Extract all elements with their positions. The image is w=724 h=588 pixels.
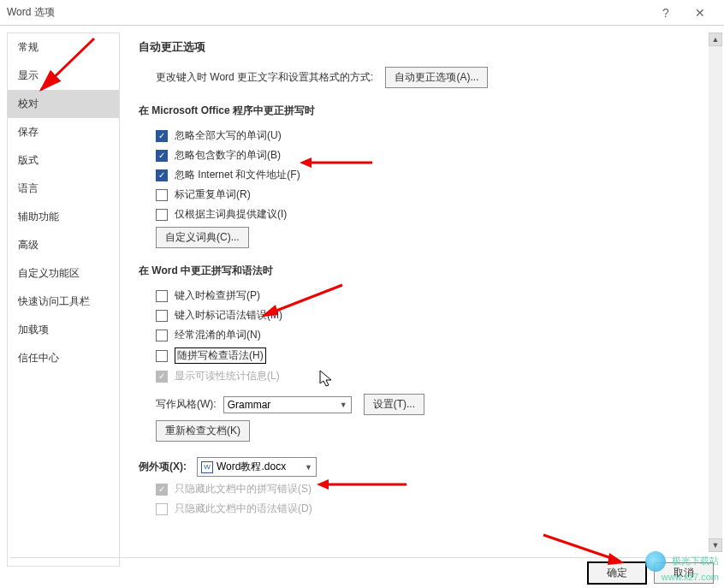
flag-repeated-row[interactable]: 标记重复单词(R) xyxy=(156,187,709,202)
writing-style-label: 写作风格(W): xyxy=(156,397,217,412)
readability-row: ✓ 显示可读性统计信息(L) xyxy=(156,369,709,383)
scroll-down-arrow-icon[interactable]: ▼ xyxy=(709,538,722,552)
flag-repeated-label: 标记重复单词(R) xyxy=(175,187,251,202)
check-spelling-label: 键入时检查拼写(P) xyxy=(175,288,260,303)
checkbox-checked-icon[interactable]: ✓ xyxy=(156,150,168,162)
main-dict-only-label: 仅根据主词典提供建议(I) xyxy=(175,207,287,222)
checkbox-unchecked-icon[interactable] xyxy=(156,209,168,221)
dialog-footer: 确定 取消 xyxy=(10,557,714,588)
sidebar-item-advanced[interactable]: 高级 xyxy=(8,231,119,259)
sidebar-item-quick-access[interactable]: 快速访问工具栏 xyxy=(8,288,119,316)
writing-style-settings-button[interactable]: 设置(T)... xyxy=(364,394,424,415)
sidebar-item-display[interactable]: 显示 xyxy=(8,62,119,90)
checkbox-disabled-checked-icon: ✓ xyxy=(156,371,168,383)
scroll-up-arrow-icon[interactable]: ▲ xyxy=(709,33,722,46)
autocorrect-desc: 更改键入时 Word 更正文字和设置其格式的方式: xyxy=(156,70,373,85)
sidebar-item-proofing[interactable]: 校对 xyxy=(8,90,119,118)
sidebar-item-addins[interactable]: 加载项 xyxy=(8,316,119,344)
title-bar: Word 选项 ? ✕ xyxy=(0,0,724,26)
readability-label: 显示可读性统计信息(L) xyxy=(175,369,280,383)
hide-grammar-errors-label: 只隐藏此文档中的语法错误(D) xyxy=(175,502,312,516)
mark-grammar-label: 键入时标记语法错误(M) xyxy=(175,308,282,323)
autocorrect-heading: 自动更正选项 xyxy=(139,39,709,55)
chevron-down-icon: ▼ xyxy=(340,401,347,409)
ignore-uppercase-label: 忽略全部大写的单词(U) xyxy=(175,128,282,143)
sidebar-item-language[interactable]: 语言 xyxy=(8,175,119,203)
checkbox-disabled-checked-icon: ✓ xyxy=(156,484,168,496)
confused-words-label: 经常混淆的单词(N) xyxy=(175,328,261,342)
check-spelling-row[interactable]: 键入时检查拼写(P) xyxy=(156,288,709,303)
checkbox-unchecked-icon[interactable] xyxy=(156,350,168,362)
recheck-document-button[interactable]: 重新检查文档(K) xyxy=(156,420,250,442)
exceptions-label: 例外项(X): xyxy=(139,460,187,474)
sidebar-item-trust[interactable]: 信任中心 xyxy=(8,344,119,372)
vertical-scrollbar[interactable]: ▲ ▼ xyxy=(709,33,722,552)
ok-button[interactable]: 确定 xyxy=(587,561,647,585)
cancel-button[interactable]: 取消 xyxy=(654,562,714,584)
window-title: Word 选项 xyxy=(7,5,649,20)
help-button[interactable]: ? xyxy=(649,6,683,20)
sidebar: 常规 显示 校对 保存 版式 语言 辅助功能 高级 自定义功能区 快速访问工具栏… xyxy=(7,33,120,567)
sidebar-item-layout[interactable]: 版式 xyxy=(8,146,119,175)
checkbox-checked-icon[interactable]: ✓ xyxy=(156,169,168,181)
ignore-numbers-row[interactable]: ✓ 忽略包含数字的单词(B) xyxy=(156,148,709,163)
checkbox-disabled-icon xyxy=(156,503,168,515)
checkbox-checked-icon[interactable]: ✓ xyxy=(156,130,168,142)
hide-spelling-errors-row: ✓ 只隐藏此文档中的拼写错误(S) xyxy=(156,482,709,496)
exceptions-doc-name: Word教程.docx xyxy=(217,460,286,474)
close-button[interactable]: ✕ xyxy=(683,6,717,20)
sidebar-item-general[interactable]: 常规 xyxy=(8,33,119,62)
exceptions-doc-select[interactable]: W Word教程.docx ▼ xyxy=(197,457,317,477)
word-spell-heading: 在 Word 中更正拼写和语法时 xyxy=(139,264,709,278)
hide-grammar-errors-row: 只隐藏此文档中的语法错误(D) xyxy=(156,502,709,516)
checkbox-unchecked-icon[interactable] xyxy=(156,290,168,302)
checkbox-unchecked-icon[interactable] xyxy=(156,310,168,322)
writing-style-select[interactable]: Grammar ▼ xyxy=(223,396,352,413)
grammar-with-spell-row[interactable]: 随拼写检查语法(H) xyxy=(156,347,709,364)
confused-words-row[interactable]: 经常混淆的单词(N) xyxy=(156,328,709,342)
mark-grammar-row[interactable]: 键入时标记语法错误(M) xyxy=(156,308,709,323)
document-icon: W xyxy=(201,461,213,473)
sidebar-item-accessibility[interactable]: 辅助功能 xyxy=(8,203,119,231)
ignore-internet-label: 忽略 Internet 和文件地址(F) xyxy=(175,168,300,182)
checkbox-unchecked-icon[interactable] xyxy=(156,330,168,342)
chevron-down-icon: ▼ xyxy=(305,463,312,472)
office-spell-heading: 在 Microsoft Office 程序中更正拼写时 xyxy=(139,104,709,118)
main-dict-only-row[interactable]: 仅根据主词典提供建议(I) xyxy=(156,207,709,222)
ignore-uppercase-row[interactable]: ✓ 忽略全部大写的单词(U) xyxy=(156,128,709,143)
writing-style-value: Grammar xyxy=(228,399,271,411)
autocorrect-options-button[interactable]: 自动更正选项(A)... xyxy=(385,67,488,88)
main-panel: 自动更正选项 更改键入时 Word 更正文字和设置其格式的方式: 自动更正选项(… xyxy=(120,26,724,573)
custom-dictionaries-button[interactable]: 自定义词典(C)... xyxy=(156,227,249,248)
ignore-numbers-label: 忽略包含数字的单词(B) xyxy=(175,148,281,163)
hide-spelling-errors-label: 只隐藏此文档中的拼写错误(S) xyxy=(175,482,312,496)
grammar-with-spell-label: 随拼写检查语法(H) xyxy=(175,347,266,364)
sidebar-item-save[interactable]: 保存 xyxy=(8,118,119,146)
sidebar-item-customize-ribbon[interactable]: 自定义功能区 xyxy=(8,259,119,288)
ignore-internet-row[interactable]: ✓ 忽略 Internet 和文件地址(F) xyxy=(156,168,709,182)
checkbox-unchecked-icon[interactable] xyxy=(156,189,168,201)
content-area: 常规 显示 校对 保存 版式 语言 辅助功能 高级 自定义功能区 快速访问工具栏… xyxy=(0,26,724,573)
